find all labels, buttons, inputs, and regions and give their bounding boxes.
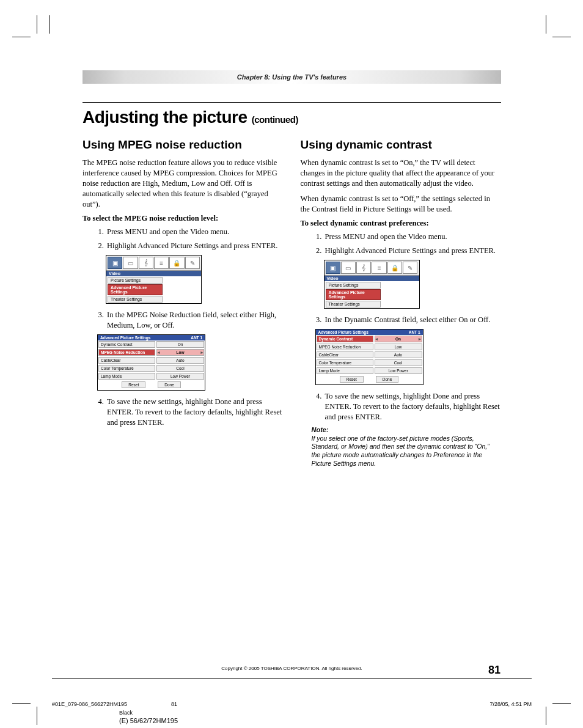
osd-row-value: On [156, 341, 204, 348]
osd-menu-item: Picture Settings [108, 277, 163, 284]
arrow-right-icon: ► [418, 337, 422, 341]
osd-ant-label: ANT 1 [191, 336, 202, 340]
procedure-heading: To select dynamic contrast preferences: [301, 219, 502, 228]
osd-row: Dynamic ContrastOn [98, 340, 205, 348]
procedure-steps: In the Dynamic Contrast field, select ei… [301, 315, 502, 325]
osd-row-value: Cool [375, 359, 422, 366]
crop-mark [12, 703, 31, 704]
osd-row-value: Low Power [156, 373, 204, 380]
osd-row: CableClearAuto [98, 356, 205, 364]
page-number: 81 [488, 664, 501, 677]
section-heading-mpeg: Using MPEG noise reduction [82, 138, 284, 152]
osd-row-value: Cool [156, 365, 204, 372]
crop-mark [552, 703, 571, 704]
footer-divider [52, 678, 532, 679]
osd-row-value: Auto [156, 357, 204, 364]
body-text: When dynamic contrast is set to “Off,” t… [301, 194, 502, 215]
osd-row-key: Dynamic Contrast [317, 336, 373, 342]
osd-row: Color TemperatureCool [98, 364, 205, 372]
imposition-model: (E) 56/62/72HM195 [119, 717, 178, 724]
osd-row-value: Low [375, 344, 422, 350]
crop-mark [49, 15, 50, 34]
osd-table-title: Advanced Picture Settings [318, 330, 369, 334]
procedure-steps: Press MENU and open the Video menu. High… [82, 227, 284, 251]
music-tab-icon: 𝄞 [139, 257, 153, 269]
osd-row-key: CableClear [317, 351, 373, 358]
osd-advanced-settings: Advanced Picture Settings ANT 1 Dynamic … [97, 334, 205, 391]
osd-row-value-text: Low [177, 350, 185, 355]
crop-mark [546, 707, 546, 725]
step: Highlight Advanced Picture Settings and … [324, 246, 502, 256]
step: Press MENU and open the Video menu. [106, 227, 284, 237]
osd-row: CableClearAuto [316, 351, 423, 359]
lock-tab-icon: 🔒 [169, 257, 184, 269]
crop-mark [12, 37, 31, 37]
page-title: Adjusting the picture (continued) [82, 108, 501, 127]
copyright-footer: Copyright © 2005 TOSHIBA CORPORATION. Al… [82, 666, 501, 671]
osd-done-button: Done [376, 376, 399, 383]
osd-row-selected: MPEG Noise Reduction◄Low► [98, 348, 205, 356]
step: To save the new settings, highlight Done… [106, 397, 284, 428]
picture-tab-icon: ▣ [326, 262, 340, 274]
step: In the MPEG Noise Reduction field, selec… [106, 310, 284, 331]
page-title-suffix: (continued) [252, 114, 298, 125]
body-text: The MPEG noise reduction feature allows … [82, 158, 284, 209]
osd-row-selected: Dynamic Contrast◄On► [316, 335, 423, 343]
crop-mark [37, 707, 37, 725]
crop-mark [37, 15, 37, 34]
osd-row-key: CableClear [98, 357, 155, 364]
crop-mark [546, 15, 546, 34]
osd-row-key: MPEG Noise Reduction [317, 344, 373, 350]
osd-table-header: Advanced Picture Settings ANT 1 [98, 335, 205, 340]
audio-tab-icon: ▭ [341, 262, 356, 274]
step: In the Dynamic Contrast field, select ei… [324, 315, 502, 325]
divider [82, 102, 501, 103]
arrow-left-icon: ◄ [375, 337, 379, 341]
osd-table-title: Advanced Picture Settings [100, 336, 150, 340]
osd-row: MPEG Noise ReductionLow [316, 343, 423, 351]
osd-row-key: Color Temperature [98, 365, 155, 372]
procedure-steps: To save the new settings, highlight Done… [301, 391, 502, 422]
osd-row-key: Lamp Mode [98, 373, 155, 380]
osd-icon-tabs: ▣ ▭ 𝄞 ≡ 🔒 ✎ [324, 260, 419, 276]
crop-mark [552, 37, 571, 37]
imposition-color: Black [119, 710, 133, 716]
lock-tab-icon: 🔒 [387, 262, 402, 274]
misc-tab-icon: ✎ [185, 257, 200, 269]
chapter-header: Chapter 8: Using the TV's features [82, 70, 501, 84]
osd-icon-tabs: ▣ ▭ 𝄞 ≡ 🔒 ✎ [106, 256, 201, 271]
picture-tab-icon: ▣ [108, 257, 122, 269]
settings-tab-icon: ≡ [372, 262, 386, 274]
osd-row-key: MPEG Noise Reduction [98, 349, 155, 356]
page-title-text: Adjusting the picture [82, 108, 248, 127]
osd-menu-item: Picture Settings [326, 282, 381, 289]
arrow-left-icon: ◄ [156, 350, 161, 355]
step: To save the new settings, highlight Done… [324, 391, 502, 422]
osd-row-value: Auto [375, 351, 422, 358]
note-heading: Note: [312, 426, 502, 433]
osd-advanced-settings: Advanced Picture Settings ANT 1 Dynamic … [315, 329, 424, 385]
osd-video-menu: ▣ ▭ 𝄞 ≡ 🔒 ✎ Video Picture Settings Advan… [324, 260, 420, 309]
osd-row-key: Dynamic Contrast [98, 341, 155, 348]
osd-row-value-text: On [395, 337, 401, 341]
osd-row-value: ◄Low► [156, 349, 204, 356]
misc-tab-icon: ✎ [403, 262, 417, 274]
settings-tab-icon: ≡ [154, 257, 169, 269]
osd-section-label: Video [324, 276, 419, 281]
osd-row-value: ◄On► [375, 336, 422, 342]
step: Highlight Advanced Picture Settings and … [106, 241, 284, 251]
osd-menu-item: Theater Settings [326, 301, 381, 307]
procedure-steps: In the MPEG Noise Reduction field, selec… [82, 310, 284, 331]
right-column: Using dynamic contrast When dynamic cont… [301, 138, 502, 468]
osd-row-key: Lamp Mode [317, 367, 373, 374]
section-heading-contrast: Using dynamic contrast [301, 138, 502, 152]
osd-row: Color TemperatureCool [316, 359, 423, 367]
osd-menu-items: Picture Settings Advanced Picture Settin… [106, 277, 201, 303]
imposition-file: #01E_079-086_566272HM195 [52, 701, 127, 707]
procedure-steps: To save the new settings, highlight Done… [82, 397, 284, 428]
osd-video-menu: ▣ ▭ 𝄞 ≡ 🔒 ✎ Video Picture Settings Advan… [106, 255, 202, 304]
osd-section-label: Video [106, 271, 201, 276]
osd-menu-items: Picture Settings Advanced Picture Settin… [324, 282, 419, 307]
osd-table-header: Advanced Picture Settings ANT 1 [316, 329, 423, 335]
note-body: If you select one of the factory-set pic… [312, 435, 495, 468]
